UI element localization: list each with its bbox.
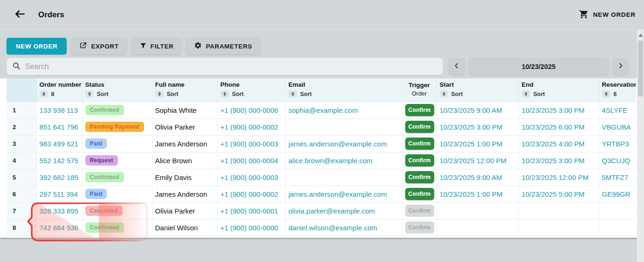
order-number-link[interactable]: 392 682 185 — [40, 173, 78, 181]
phone-link[interactable]: +1 (900) 000-0003 — [221, 140, 278, 148]
scrollbar-up-arrow-icon[interactable] — [638, 34, 643, 37]
phone-link[interactable]: +1 (900) 000-0001 — [221, 207, 278, 215]
sort-control-name[interactable]: Sort — [155, 90, 215, 97]
export-icon — [79, 41, 87, 51]
order-number-link[interactable]: 983 499 621 — [40, 140, 78, 148]
table-row: 2851 641 796Pending PaymentOlivia Parker… — [7, 118, 636, 135]
table-row: 3983 499 621PaidJames Anderson+1 (900) 0… — [7, 135, 636, 152]
start-datetime[interactable]: 10/23/2025 9:00 AM — [440, 106, 502, 114]
filter-button[interactable]: FILTER — [132, 38, 182, 55]
end-datetime[interactable]: 10/23/2025 3:00 PM — [522, 106, 585, 114]
status-badge: Paid — [85, 189, 107, 199]
confirm-button: Confirm — [405, 205, 434, 217]
email-link[interactable]: olivia.parker@example.com — [289, 207, 375, 215]
order-number-link[interactable]: 297 511 394 — [40, 190, 78, 198]
back-button[interactable] — [13, 8, 27, 22]
search-input[interactable] — [25, 62, 437, 71]
parameters-button[interactable]: PARAMETERS — [186, 38, 260, 55]
column-header-label: Full name — [155, 81, 215, 88]
sort-control-email[interactable]: Sort — [289, 90, 399, 97]
order-number-link[interactable]: 742 684 536 — [40, 224, 78, 232]
status-cell: Cancelled — [82, 202, 152, 219]
export-button[interactable]: EXPORT — [71, 38, 126, 55]
email-link[interactable]: daniel.wilson@example.com — [289, 224, 377, 232]
email-cell — [285, 118, 402, 135]
orders-table-card: Order number8StatusSortFull nameSortPhon… — [0, 78, 637, 238]
start-datetime[interactable]: 10/23/2025 1:00 PM — [440, 190, 503, 198]
trigger-cell: Confirm — [402, 219, 436, 236]
email-link[interactable]: james.anderson@example.com — [289, 140, 387, 148]
end-datetime[interactable]: 10/23/2025 3:00 PM — [522, 157, 585, 165]
order-number-link[interactable]: 552 142 575 — [40, 157, 78, 165]
start-datetime[interactable]: 10/23/2025 1:00 PM — [440, 140, 503, 148]
search-row: 10/23/2025 — [7, 58, 629, 75]
search-box[interactable] — [7, 58, 443, 75]
reservation-cell: GE99GR — [599, 186, 636, 202]
reservation-code-link[interactable]: 4SLYFE — [602, 106, 628, 114]
order-number-cell: 552 142 575 — [36, 152, 82, 169]
reservation-code-link[interactable]: 5MTFZ7 — [602, 173, 629, 181]
reservation-code-link[interactable]: YRTBP3 — [602, 140, 629, 148]
start-datetime[interactable]: 10/23/2025 3:00 PM — [440, 123, 503, 131]
confirm-button[interactable]: Confirm — [405, 104, 434, 116]
scrollbar-thumb[interactable] — [638, 41, 643, 97]
next-date-button[interactable] — [613, 58, 629, 75]
confirm-button[interactable]: Confirm — [405, 121, 434, 133]
order-number-link[interactable]: 328 333 895 — [40, 207, 78, 215]
confirm-button[interactable]: Confirm — [405, 154, 434, 166]
end-datetime[interactable]: 10/23/2025 6:00 PM — [522, 123, 585, 131]
vertical-scrollbar[interactable] — [637, 30, 644, 262]
full-name-cell: Olivia Parker — [152, 202, 217, 219]
column-header-status: StatusSort — [82, 78, 152, 102]
start-datetime[interactable]: 10/23/2025 12:00 PM — [440, 157, 506, 165]
phone-link[interactable]: +1 (900) 000-0000 — [221, 224, 278, 232]
sort-control-order[interactable]: 8 — [40, 90, 79, 97]
confirm-button[interactable]: Confirm — [405, 171, 434, 183]
column-header-label: Start — [440, 81, 516, 88]
order-number-link[interactable]: 851 641 796 — [40, 123, 78, 131]
email-link[interactable]: sophia@example.com — [289, 106, 358, 114]
sort-control-phone[interactable]: Sort — [221, 90, 283, 97]
phone-link[interactable]: +1 (900) 000-0003 — [221, 173, 278, 181]
order-number-cell: 392 682 185 — [36, 169, 82, 186]
reservation-cell: Q3CUJQ — [599, 152, 636, 169]
sort-control-reservation[interactable]: 6 — [602, 90, 634, 97]
chevron-left-icon — [453, 62, 460, 70]
full-name-cell: Sophia White — [152, 102, 217, 118]
phone-link[interactable]: +1 (900) 000-0002 — [221, 123, 278, 131]
end-datetime[interactable]: 10/23/2025 4:00 PM — [522, 140, 585, 148]
email-link[interactable]: alice.brown@example.com — [289, 157, 373, 165]
phone-link[interactable]: +1 (900) 000-0004 — [221, 157, 278, 165]
trigger-cell: Confirm — [402, 152, 436, 169]
phone-link[interactable]: +1 (900) 000-0002 — [221, 190, 278, 198]
date-display-button[interactable]: 10/23/2025 — [469, 58, 609, 75]
confirm-button[interactable]: Confirm — [405, 138, 434, 150]
column-header-email: EmailSort — [285, 78, 402, 102]
start-cell — [436, 202, 519, 219]
phone-link[interactable]: +1 (900) 000-0006 — [221, 106, 278, 114]
order-number-link[interactable]: 133 938 113 — [40, 106, 78, 114]
phone-cell: +1 (900) 000-0003 — [217, 135, 285, 152]
end-datetime[interactable]: 10/23/2025 12:00 PM — [522, 173, 589, 181]
new-order-button[interactable]: NEW ORDER — [7, 38, 67, 55]
end-datetime[interactable]: 10/23/2025 5:00 PM — [522, 190, 585, 198]
top-bar: Orders NEW ORDER — [0, 0, 644, 30]
topbar-new-order-button[interactable]: NEW ORDER — [579, 9, 636, 21]
status-badge: Cancelled — [85, 206, 123, 216]
reservation-code-link[interactable]: Q3CUJQ — [602, 157, 630, 165]
phone-cell: +1 (900) 000-0006 — [217, 102, 285, 118]
start-datetime[interactable]: 10/23/2025 9:00 AM — [440, 173, 502, 181]
status-cell: Pending Payment — [82, 118, 152, 135]
prev-date-button[interactable] — [449, 58, 464, 75]
sort-control-end[interactable]: Sort — [522, 90, 596, 97]
reservation-code-link[interactable]: VBGUBA — [602, 123, 631, 131]
email-link[interactable]: james.anderson@example.com — [289, 190, 387, 198]
confirm-button[interactable]: Confirm — [405, 188, 434, 200]
sort-control-start[interactable]: Sort — [440, 90, 516, 97]
order-number-cell: 328 333 895 — [36, 202, 82, 219]
reservation-code-link[interactable]: GE99GR — [602, 190, 630, 198]
column-header-end: EndSort — [519, 78, 599, 102]
sort-arrows-icon — [221, 90, 229, 97]
sort-arrows-icon — [440, 90, 448, 97]
sort-control-status[interactable]: Sort — [85, 90, 149, 97]
